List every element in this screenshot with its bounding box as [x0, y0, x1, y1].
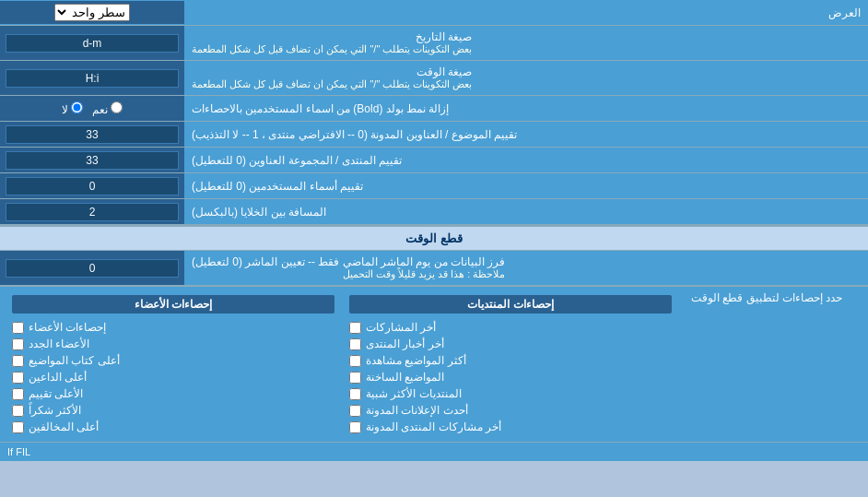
checkbox-top-rated-label: الأعلى تقييم — [29, 387, 83, 400]
date-format-label: صيغة التاريخ بعض التكوينات يتطلب "/" الت… — [184, 26, 868, 60]
cell-spacing-input-container — [0, 199, 184, 224]
time-format-main-label: صيغة الوقت — [192, 65, 472, 78]
checkbox-top-violators: أعلى المخالفين — [12, 420, 334, 433]
bold-yes-label: نعم — [92, 101, 123, 116]
checkbox-new-members: الأعضاء الجدد — [12, 337, 334, 350]
if-fil-text: If FIL — [7, 446, 30, 457]
forum-order-input-container — [0, 148, 184, 172]
bold-yes-text: نعم — [92, 103, 108, 116]
header-row: العرض سطر واحد سطرين ثلاثة أسطر — [0, 0, 868, 26]
time-format-input-container — [0, 61, 184, 95]
checkbox-top-writers-input[interactable] — [12, 355, 24, 367]
bold-remove-row: إزالة نمط بولد (Bold) من اسماء المستخدمي… — [0, 96, 868, 122]
time-format-label: صيغة الوقت بعض التكوينات يتطلب "/" التي … — [184, 61, 868, 95]
user-names-input[interactable] — [6, 177, 179, 195]
cell-spacing-input[interactable] — [6, 203, 179, 221]
stats-section: حدد إحصاءات لتطبيق قطع الوقت إحصاءات الم… — [0, 286, 868, 442]
checkbox-hot-topics-label: المواضيع الساخنة — [366, 371, 444, 384]
main-container: العرض سطر واحد سطرين ثلاثة أسطر صيغة الت… — [0, 0, 868, 461]
user-names-label: تقييم أسماء المستخدمين (0 للتعطيل) — [184, 173, 868, 198]
checkbox-new-members-label: الأعضاء الجدد — [29, 337, 89, 350]
cutoff-days-note: ملاحظة : هذا قد يزيد قليلاً وقت التحميل — [192, 268, 505, 280]
checkbox-most-thanked-input[interactable] — [12, 405, 24, 417]
checkbox-most-thanked: الأكثر شكراً — [12, 404, 334, 417]
cell-spacing-row: المسافة بين الخلايا (بالبكسل) — [0, 199, 868, 225]
bold-no-label: لا — [62, 101, 83, 116]
checkbox-forum-news: أخر أخبار المنتدى — [349, 337, 672, 350]
cutoff-days-label: فرز البيانات من يوم الماشر الماضي فقط --… — [184, 251, 868, 285]
checkbox-top-callers: أعلى الداعين — [12, 371, 334, 384]
bold-no-text: لا — [62, 103, 68, 116]
date-format-input-container — [0, 26, 184, 60]
header-select-container: سطر واحد سطرين ثلاثة أسطر — [0, 1, 184, 24]
posts-stats-col: إحصاءات المنتديات أخر المشاركات أخر أخبا… — [342, 291, 679, 437]
members-stats-header: إحصاءات الأعضاء — [12, 295, 334, 314]
members-stats-col: إحصاءات الأعضاء إحصاءات الأعضاء الأعضاء … — [5, 291, 342, 437]
checkbox-top-violators-input[interactable] — [12, 421, 24, 433]
user-names-input-container — [0, 173, 184, 198]
checkbox-top-callers-label: أعلى الداعين — [29, 371, 87, 384]
checkbox-last-posts-label: أخر المشاركات — [366, 321, 436, 334]
checkbox-similar-forums: المنتديات الأكثر شبية — [349, 387, 672, 400]
checkbox-last-posts-input[interactable] — [349, 322, 361, 334]
time-format-row: صيغة الوقت بعض التكوينات يتطلب "/" التي … — [0, 61, 868, 96]
topic-order-label: تقييم الموضوع / العناوين المدونة (0 -- ا… — [184, 122, 868, 147]
checkbox-members-stats-input[interactable] — [12, 322, 24, 334]
checkbox-similar-forums-input[interactable] — [349, 388, 361, 400]
stats-section-label: حدد إحصاءات لتطبيق قطع الوقت — [684, 287, 868, 442]
bold-yes-radio[interactable] — [111, 101, 123, 113]
checkbox-top-violators-label: أعلى المخالفين — [29, 420, 99, 433]
topic-order-input-container — [0, 122, 184, 147]
checkbox-latest-announcements-label: أحدث الإعلانات المدونة — [366, 404, 468, 417]
checkbox-forum-news-input[interactable] — [349, 338, 361, 350]
bold-radio-group: نعم لا — [62, 101, 123, 116]
checkbox-similar-forums-label: المنتديات الأكثر شبية — [366, 387, 462, 400]
cutoff-days-input-container — [0, 251, 184, 285]
date-format-main-label: صيغة التاريخ — [192, 30, 472, 43]
time-format-input[interactable] — [6, 69, 179, 88]
checkbox-last-forum-posts: أخر مشاركات المنتدى المدونة — [349, 420, 672, 433]
checkbox-most-viewed-input[interactable] — [349, 355, 361, 367]
cutoff-days-main-label: فرز البيانات من يوم الماشر الماضي فقط --… — [192, 255, 505, 268]
cell-spacing-label: المسافة بين الخلايا (بالبكسل) — [184, 199, 868, 224]
bold-remove-label: إزالة نمط بولد (Bold) من اسماء المستخدمي… — [184, 96, 868, 121]
cutoff-section-header: قطع الوقت — [0, 225, 868, 251]
checkbox-members-stats: إحصاءات الأعضاء — [12, 321, 334, 334]
forum-order-row: تقييم المنتدى / المجموعة العناوين (0 للت… — [0, 148, 868, 173]
user-names-row: تقييم أسماء المستخدمين (0 للتعطيل) — [0, 173, 868, 199]
checkbox-most-thanked-label: الأكثر شكراً — [29, 404, 81, 417]
checkbox-top-rated: الأعلى تقييم — [12, 387, 334, 400]
checkbox-hot-topics: المواضيع الساخنة — [349, 371, 672, 384]
display-select[interactable]: سطر واحد سطرين ثلاثة أسطر — [54, 4, 130, 21]
date-format-sublabel: بعض التكوينات يتطلب "/" التي يمكن ان تضا… — [192, 43, 472, 55]
checkbox-top-writers: أعلى كتاب المواضيع — [12, 354, 334, 367]
date-format-input[interactable] — [6, 34, 179, 53]
checkbox-members-stats-label: إحصاءات الأعضاء — [29, 321, 106, 334]
checkbox-top-writers-label: أعلى كتاب المواضيع — [29, 354, 120, 367]
posts-stats-header: إحصاءات المنتديات — [349, 295, 672, 314]
checkbox-latest-announcements-input[interactable] — [349, 405, 361, 417]
checkbox-latest-announcements: أحدث الإعلانات المدونة — [349, 404, 672, 417]
forum-order-input[interactable] — [6, 151, 179, 170]
checkbox-last-forum-posts-label: أخر مشاركات المنتدى المدونة — [366, 420, 501, 433]
forum-order-label: تقييم المنتدى / المجموعة العناوين (0 للت… — [184, 148, 868, 172]
stats-checkboxes-container: إحصاءات المنتديات أخر المشاركات أخر أخبا… — [0, 287, 684, 442]
checkbox-hot-topics-input[interactable] — [349, 372, 361, 384]
checkbox-last-posts: أخر المشاركات — [349, 321, 672, 334]
checkbox-last-forum-posts-input[interactable] — [349, 421, 361, 433]
time-format-sublabel: بعض التكوينات يتطلب "/" التي يمكن ان تضا… — [192, 78, 472, 90]
bold-remove-radio-container: نعم لا — [0, 96, 184, 121]
date-format-row: صيغة التاريخ بعض التكوينات يتطلب "/" الت… — [0, 26, 868, 61]
checkbox-top-rated-input[interactable] — [12, 388, 24, 400]
header-label: العرض — [184, 2, 868, 24]
checkbox-most-viewed: أكثر المواضيع مشاهدة — [349, 354, 672, 367]
checkbox-top-callers-input[interactable] — [12, 372, 24, 384]
cutoff-days-input[interactable] — [6, 259, 179, 278]
checkbox-new-members-input[interactable] — [12, 338, 24, 350]
footer-bar: If FIL — [0, 442, 868, 461]
checkbox-most-viewed-label: أكثر المواضيع مشاهدة — [366, 354, 466, 367]
topic-order-input[interactable] — [6, 125, 179, 144]
cutoff-days-row: فرز البيانات من يوم الماشر الماضي فقط --… — [0, 251, 868, 286]
bold-no-radio[interactable] — [71, 101, 83, 113]
topic-order-row: تقييم الموضوع / العناوين المدونة (0 -- ا… — [0, 122, 868, 148]
